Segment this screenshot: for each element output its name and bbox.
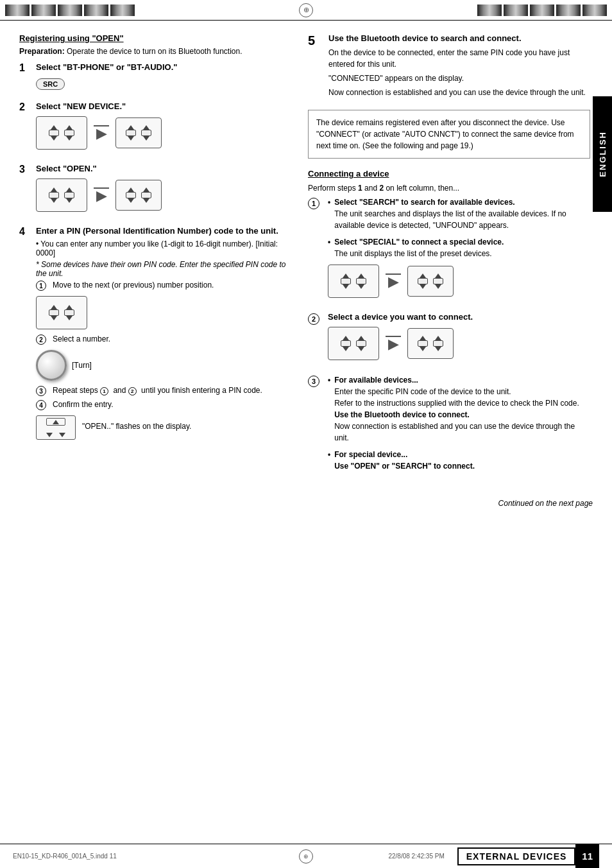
pin-step-1: 1 Move to the next (or previous) number … <box>36 281 289 291</box>
device-box-step2-left <box>36 116 87 150</box>
btn-center-s3-2 <box>64 192 74 198</box>
step-5-body-2: Now connection is established and you ca… <box>328 87 590 98</box>
step-1-num: 1 <box>19 62 31 92</box>
btn-up-1 <box>51 125 57 130</box>
bar-block-r5 <box>582 4 607 16</box>
btn-down-r2 <box>143 136 149 141</box>
btn-down-s3-r1 <box>128 198 134 203</box>
btn-center-2 <box>64 130 74 136</box>
pin-device-row <box>36 296 289 329</box>
step-3-content: Select "OPEN." <box>36 164 289 217</box>
circled-3: 3 <box>36 386 46 396</box>
top-bar: ⊕ <box>0 0 612 21</box>
step-5-body-1: "CONNECTED" appears on the display. <box>328 73 590 84</box>
bar-block-r1 <box>477 4 502 16</box>
connecting-step-3-body: • For available devices... Enter the spe… <box>328 374 590 477</box>
btn-down-r1 <box>128 136 134 141</box>
pin-step-3: 3 Repeat steps 1 and 2 until you finish … <box>36 386 289 396</box>
step-3: 3 Select "OPEN." <box>19 164 289 217</box>
btn-down-s3-1 <box>51 198 57 203</box>
connecting-title: Connecting a device <box>308 169 590 178</box>
btn-center-pin-1 <box>49 309 59 316</box>
prep-text: Preparation: Operate the device to turn … <box>19 47 289 56</box>
section-title-registering: Registering using "OPEN" <box>19 33 289 43</box>
bottom-crosshair-icon: ⊕ <box>299 849 313 864</box>
step-3-label: Select "OPEN." <box>36 164 289 173</box>
knob-illustration <box>36 350 67 381</box>
btn-up-r1 <box>128 125 134 130</box>
bar-block-r3 <box>530 4 554 16</box>
btn-up-s3-2 <box>66 187 72 192</box>
connecting-step-3: 3 • For available devices... Enter the s… <box>308 374 590 477</box>
pin-step-4: 4 Confirm the entry. <box>36 400 289 410</box>
btn-center-1 <box>49 130 59 136</box>
step-1: 1 Select "BT-PHONE" or "BT-AUDIO." SRC <box>19 62 289 92</box>
connecting-device-row-1: ▶ <box>328 265 590 298</box>
continued-text: Continued on the next page <box>0 499 593 508</box>
connecting-step-2-body: Select a device you want to connect. <box>328 312 590 365</box>
step-1-label: Select "BT-PHONE" or "BT-AUDIO." <box>36 62 289 72</box>
step-2: 2 Select "NEW DEVICE." <box>19 101 289 155</box>
english-sidebar: ENGLISH <box>593 96 612 212</box>
right-column: 5 Use the Bluetooth device to search and… <box>308 33 590 486</box>
connecting-device-box-2-right <box>407 328 454 359</box>
bullet-special-device: • For special device...Use "OPEN" or "SE… <box>328 449 590 472</box>
connecting-step-1-body: • Select "SEARCH" to search for availabl… <box>328 196 590 303</box>
step-4-content: Enter a PIN (Personal Identification Num… <box>36 226 289 445</box>
bordered-1: 1 <box>308 198 319 209</box>
bullet-search: • Select "SEARCH" to search for availabl… <box>328 196 590 231</box>
step-4: 4 Enter a PIN (Personal Identification N… <box>19 226 289 445</box>
bottom-right-text: 22/8/08 2:42:35 PM <box>388 853 444 860</box>
confirm-box-top <box>46 418 65 426</box>
connecting-step-1-num: 1 <box>308 196 323 303</box>
btn-center-r2 <box>141 130 151 136</box>
bar-block-3 <box>58 4 82 16</box>
btn-down-s3-r2 <box>143 198 149 203</box>
ref-1: 1 <box>100 387 108 395</box>
btn-center-r1 <box>126 130 136 136</box>
connecting-device-box-1-right <box>407 266 454 297</box>
connecting-device-box-2-left <box>328 327 379 360</box>
pin-step-2: 2 Select a number. <box>36 334 289 345</box>
page-number: 11 <box>575 844 599 869</box>
step-3-device-row: ▶ <box>36 178 289 212</box>
bar-block-4 <box>84 4 108 16</box>
btn-down-pin-1 <box>51 316 57 320</box>
ref-2: 2 <box>128 387 137 395</box>
top-bar-right <box>316 4 607 16</box>
btn-up-pin-1 <box>51 305 57 309</box>
confirm-device-box <box>36 415 76 440</box>
step-5-body-0: On the device to be connected, enter the… <box>328 47 590 70</box>
bullet-special: • Select "SPECIAL" to connect a special … <box>328 236 590 259</box>
btn-center-s3-1 <box>49 192 59 198</box>
top-bar-left <box>5 4 296 16</box>
bordered-2: 2 <box>308 313 319 325</box>
step-4-label: Enter a PIN (Personal Identification Num… <box>36 226 289 236</box>
bottom-right-section: 22/8/08 2:42:35 PM EXTERNAL DEVICES 11 <box>313 844 612 869</box>
step-2-num: 2 <box>19 101 31 155</box>
knob-turn-label: [Turn] <box>72 361 92 370</box>
knob-container: [Turn] <box>36 350 289 381</box>
step-2-label: Select "NEW DEVICE." <box>36 101 289 111</box>
device-box-pin <box>36 296 87 329</box>
step-3-num: 3 <box>19 164 31 217</box>
step-4-italic: * Some devices have their own PIN code. … <box>36 260 289 278</box>
bottom-bar: EN10-15_KD-R406_001A_5.indd 11 ⊕ 22/8/08… <box>0 844 612 868</box>
connecting-intro: Perform steps 1 and 2 on left column, th… <box>308 182 590 194</box>
connecting-step-2-label: Select a device you want to connect. <box>328 312 590 322</box>
confirm-row: "OPEN.." flashes on the display. <box>36 415 289 440</box>
connecting-device-row-2: ▶ <box>328 327 590 360</box>
btn-center-s3-r1 <box>126 192 136 198</box>
btn-down-1 <box>51 136 57 141</box>
crosshair-icon: ⊕ <box>299 3 313 17</box>
btn-down-conf-l <box>46 433 53 437</box>
bar-block-r4 <box>556 4 581 16</box>
btn-up-s3-1 <box>51 187 57 192</box>
open-flash-text: "OPEN.." flashes on the display. <box>82 422 191 431</box>
bar-block-5 <box>110 4 135 16</box>
left-column: Registering using "OPEN" Preparation: Op… <box>19 33 289 486</box>
btn-center-s3-r2 <box>141 192 151 198</box>
connecting-step-1: 1 • Select "SEARCH" to search for availa… <box>308 196 590 303</box>
bar-block-1 <box>5 4 30 16</box>
btn-down-s3-2 <box>66 198 72 203</box>
